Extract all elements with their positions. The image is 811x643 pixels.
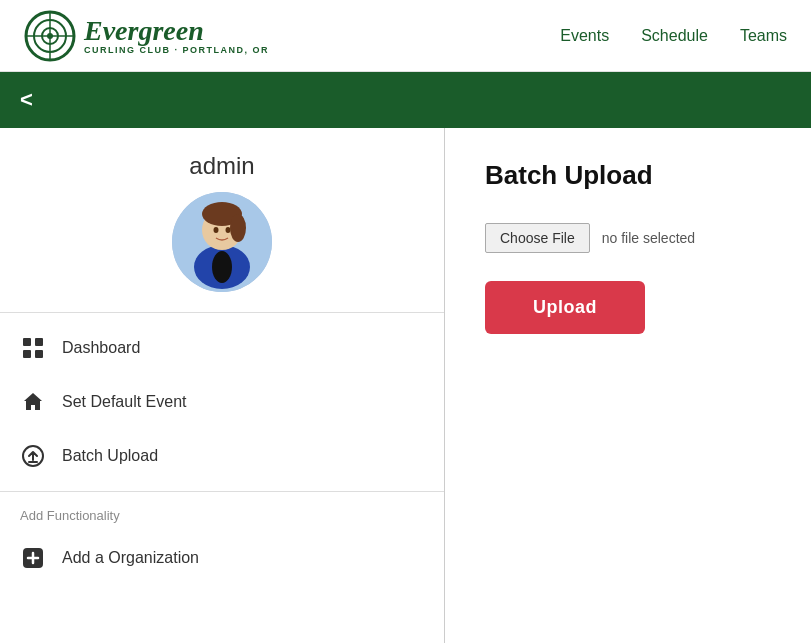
sidebar-item-batch-upload[interactable]: Batch Upload bbox=[0, 429, 444, 483]
svg-rect-16 bbox=[23, 350, 31, 358]
avatar bbox=[172, 192, 272, 292]
dashboard-icon bbox=[20, 335, 46, 361]
logo-name: Evergreen bbox=[84, 17, 269, 45]
sidebar-item-default-event-label: Set Default Event bbox=[62, 393, 187, 411]
logo-sub: Curling Club · Portland, OR bbox=[84, 45, 269, 55]
sidebar-item-add-org-label: Add a Organization bbox=[62, 549, 199, 567]
sidebar-item-add-organization[interactable]: Add a Organization bbox=[0, 531, 444, 585]
add-org-icon bbox=[20, 545, 46, 571]
main-layout: admin bbox=[0, 128, 811, 643]
sidebar-menu: Dashboard Set Default Event bbox=[0, 313, 444, 492]
sidebar-item-set-default-event[interactable]: Set Default Event bbox=[0, 375, 444, 429]
upload-icon bbox=[20, 443, 46, 469]
sidebar-profile: admin bbox=[0, 128, 444, 313]
sidebar: admin bbox=[0, 128, 445, 643]
choose-file-button[interactable]: Choose File bbox=[485, 223, 590, 253]
nav-events[interactable]: Events bbox=[560, 27, 609, 45]
logo-text: Evergreen Curling Club · Portland, OR bbox=[84, 17, 269, 55]
logo-icon bbox=[24, 10, 76, 62]
no-file-text: no file selected bbox=[602, 230, 695, 246]
svg-point-11 bbox=[230, 214, 246, 242]
nav-schedule[interactable]: Schedule bbox=[641, 27, 708, 45]
svg-rect-15 bbox=[35, 338, 43, 346]
profile-name: admin bbox=[189, 152, 254, 180]
svg-point-8 bbox=[212, 251, 232, 283]
file-input-row: Choose File no file selected bbox=[485, 223, 771, 253]
back-button[interactable]: < bbox=[20, 87, 33, 113]
page-title: Batch Upload bbox=[485, 160, 771, 191]
sidebar-item-batch-upload-label: Batch Upload bbox=[62, 447, 158, 465]
top-nav: Evergreen Curling Club · Portland, OR Ev… bbox=[0, 0, 811, 72]
add-functionality-label: Add Functionality bbox=[0, 492, 444, 531]
svg-point-12 bbox=[214, 227, 219, 233]
svg-rect-17 bbox=[35, 350, 43, 358]
nav-teams[interactable]: Teams bbox=[740, 27, 787, 45]
nav-links: Events Schedule Teams bbox=[560, 27, 787, 45]
home-icon bbox=[20, 389, 46, 415]
svg-point-13 bbox=[226, 227, 231, 233]
logo-area: Evergreen Curling Club · Portland, OR bbox=[24, 10, 269, 62]
sidebar-item-dashboard-label: Dashboard bbox=[62, 339, 140, 357]
avatar-image bbox=[172, 192, 272, 292]
svg-rect-14 bbox=[23, 338, 31, 346]
upload-button[interactable]: Upload bbox=[485, 281, 645, 334]
content-area: Batch Upload Choose File no file selecte… bbox=[445, 128, 811, 643]
dark-banner: < bbox=[0, 72, 811, 128]
sidebar-item-dashboard[interactable]: Dashboard bbox=[0, 321, 444, 375]
